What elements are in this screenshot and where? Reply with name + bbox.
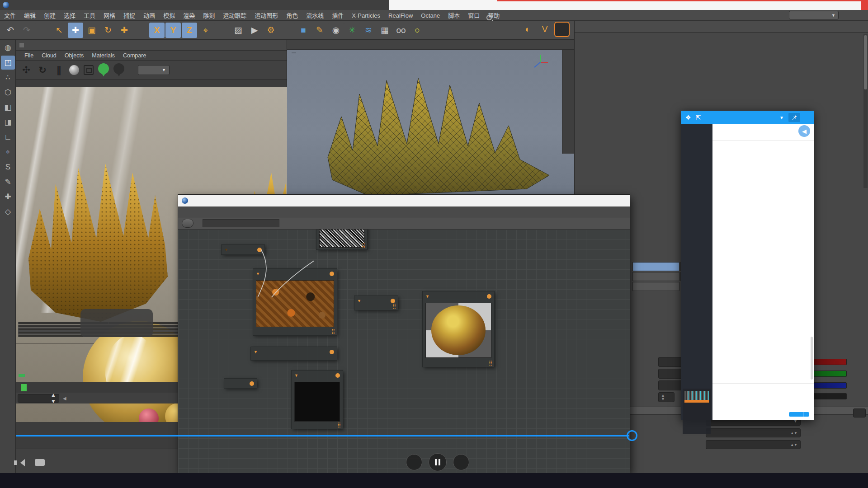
- lv-tool-icon[interactable]: ∥: [53, 64, 65, 76]
- toolbar-icon[interactable]: ▨: [231, 23, 246, 38]
- dock-icon[interactable]: ◇: [1, 205, 15, 219]
- menu-item[interactable]: 运动图形: [250, 12, 282, 19]
- extra-spinner[interactable]: ▲▼: [658, 392, 675, 402]
- toolbar-icon[interactable]: ○: [410, 23, 425, 38]
- menu-item[interactable]: 雕刻: [199, 12, 219, 19]
- tab-diffuse[interactable]: [632, 262, 679, 271]
- dock-icon[interactable]: ◳: [1, 56, 15, 70]
- expand-icon[interactable]: ⣿: [489, 360, 492, 366]
- menu-item[interactable]: 选择: [60, 12, 80, 19]
- menu-item[interactable]: 编辑: [20, 12, 40, 19]
- send-options-button[interactable]: [803, 412, 809, 417]
- toolbar-icon[interactable]: V: [537, 22, 552, 37]
- toolbar-icon[interactable]: oo: [393, 23, 409, 38]
- lv-menu-item[interactable]: File: [20, 52, 38, 59]
- dock-icon[interactable]: S: [1, 160, 15, 174]
- node-canvas[interactable]: ▼ ⣿ ▼ ⣿: [178, 230, 630, 473]
- imagetexture-node-top[interactable]: ⣿: [316, 230, 367, 249]
- focus-pick-icon[interactable]: [98, 63, 109, 77]
- toolbar-icon[interactable]: [35, 23, 51, 38]
- dock-icon[interactable]: ∟: [1, 130, 15, 144]
- forward-30-button[interactable]: [453, 454, 469, 470]
- menu-item[interactable]: 渲染: [179, 12, 199, 19]
- tab-opacity[interactable]: [632, 272, 679, 281]
- output-port[interactable]: [330, 272, 334, 276]
- toolbar-icon[interactable]: ▶: [247, 23, 262, 38]
- expand-icon[interactable]: ⣿: [337, 422, 341, 428]
- transform-node-partial[interactable]: ▼: [222, 245, 264, 254]
- menu-item[interactable]: Octane: [417, 12, 444, 19]
- toolbar-icon[interactable]: [214, 23, 230, 38]
- dock-icon[interactable]: ✎: [1, 175, 15, 189]
- interface-select[interactable]: ▼: [789, 11, 839, 19]
- toolbar-icon[interactable]: ↷: [19, 23, 34, 38]
- announcement-icon[interactable]: ◀: [798, 125, 810, 137]
- region-pick-icon[interactable]: [84, 65, 94, 75]
- toolbar-icon[interactable]: ↶: [3, 23, 18, 38]
- chat-scrollbar[interactable]: [811, 337, 813, 380]
- blur-amount-field[interactable]: ▲▼: [706, 440, 801, 449]
- dock-icon[interactable]: ◍: [1, 41, 15, 55]
- toolbar-icon[interactable]: ⚙: [263, 23, 278, 38]
- dock-icon[interactable]: ∴: [1, 70, 15, 84]
- live-viewer-titlebar[interactable]: [16, 40, 287, 51]
- chevron-down-icon[interactable]: ▼: [779, 115, 784, 120]
- speaker-icon[interactable]: [17, 459, 25, 466]
- toolbar-icon[interactable]: ▣: [84, 23, 99, 38]
- lv-tool-icon[interactable]: ↻: [37, 64, 48, 76]
- get-active-mat-button[interactable]: [182, 219, 193, 228]
- om-scrollbar[interactable]: [863, 34, 868, 188]
- menu-item[interactable]: 网格: [99, 12, 119, 19]
- dock-icon[interactable]: ◨: [1, 115, 15, 129]
- output-port[interactable]: [487, 294, 491, 299]
- output-port[interactable]: [250, 381, 254, 386]
- menu-item[interactable]: 窗口: [464, 12, 484, 19]
- toolbar-icon[interactable]: ✎: [312, 23, 327, 38]
- start-button[interactable]: [3, 475, 17, 486]
- octdiffuse-node[interactable]: ▼ ⣿: [423, 291, 494, 367]
- material-pick-icon[interactable]: [113, 63, 124, 77]
- material-ball-icon[interactable]: [69, 65, 79, 75]
- expand-icon[interactable]: ⣿: [392, 303, 396, 309]
- channel-select[interactable]: ▼: [138, 65, 170, 75]
- search-input[interactable]: [203, 219, 279, 227]
- imagetexture-node-2[interactable]: ▼ ⣿: [292, 371, 343, 429]
- share-icon[interactable]: ⇱: [696, 114, 701, 121]
- menu-item[interactable]: RealFlow: [384, 12, 417, 19]
- node-editor-titlebar[interactable]: [178, 195, 630, 206]
- chat-bubble-icon[interactable]: [35, 459, 45, 466]
- colorcorrection-node[interactable]: ▼: [251, 347, 337, 360]
- dock-icon[interactable]: ⌖: [1, 145, 15, 159]
- pin-icon[interactable]: 📌︎: [788, 113, 800, 122]
- lv-tool-icon[interactable]: ✣: [20, 64, 32, 76]
- toolbar-icon[interactable]: ✳: [344, 23, 360, 38]
- toolbar-icon[interactable]: ▦: [377, 23, 392, 38]
- send-button[interactable]: [789, 412, 803, 417]
- lv-menu-item[interactable]: Cloud: [38, 52, 61, 59]
- frame-spinner[interactable]: ▲▼: [18, 394, 59, 403]
- menu-item[interactable]: 工具: [80, 12, 99, 19]
- toolbar-icon[interactable]: ↖: [52, 23, 67, 38]
- toolbar-icon[interactable]: ◐: [520, 22, 535, 37]
- toolbar-icon[interactable]: ⌖: [198, 23, 213, 38]
- menu-item[interactable]: 插件: [328, 12, 348, 19]
- menu-item[interactable]: 文件: [0, 12, 20, 19]
- output-port[interactable]: [335, 373, 340, 378]
- screentogif-icon[interactable]: [554, 22, 570, 37]
- toolbar-icon[interactable]: ■: [296, 23, 311, 38]
- lv-menu-item[interactable]: Objects: [61, 52, 88, 59]
- output-port[interactable]: [257, 248, 262, 252]
- chat-titlebar[interactable]: ❖ ⇱ ▼ 📌︎: [681, 111, 814, 124]
- toolbar-icon[interactable]: [279, 23, 295, 38]
- toolbar-icon[interactable]: Y: [165, 23, 181, 38]
- lv-menu-item[interactable]: Materials: [88, 52, 119, 59]
- output-port[interactable]: [391, 299, 395, 303]
- transform-node-partial-2[interactable]: [224, 379, 257, 388]
- menu-item[interactable]: 运动跟踪: [219, 12, 250, 19]
- toolbar-icon[interactable]: ◉: [328, 23, 344, 38]
- mixtexture-node[interactable]: ▼ ⣿: [354, 296, 398, 310]
- tab-editor[interactable]: [632, 282, 679, 291]
- toolbar-icon[interactable]: ✚: [117, 23, 132, 38]
- menu-item[interactable]: 动画: [139, 12, 159, 19]
- toolbar-icon[interactable]: Z: [182, 23, 197, 38]
